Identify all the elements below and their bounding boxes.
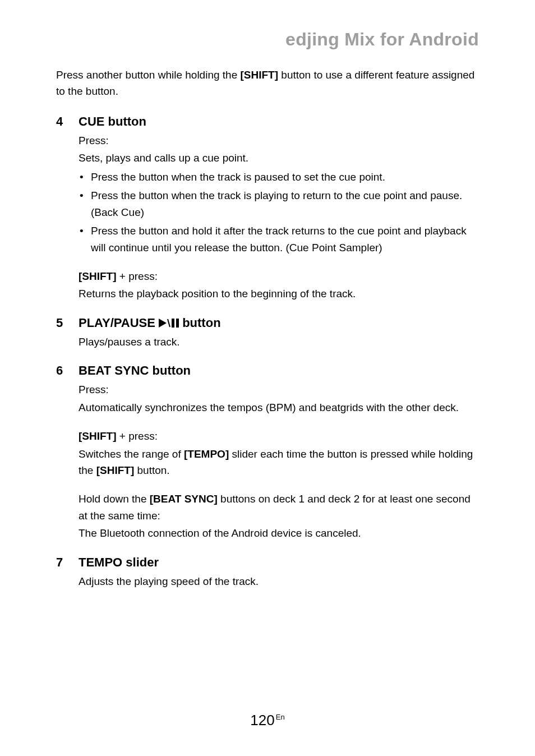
section-tempo-slider: 7 TEMPO slider Adjusts the playing speed…: [56, 555, 479, 589]
t: Hold down the: [79, 493, 150, 505]
section-number: 6: [56, 363, 68, 378]
play-pause-icon: [159, 318, 179, 328]
section-title: CUE button: [79, 114, 146, 129]
t: button.: [134, 464, 169, 476]
page-number: 120: [250, 712, 274, 729]
section-head: 5 PLAY/PAUSE button: [56, 316, 479, 330]
svg-rect-1: [172, 319, 174, 328]
hold-desc: The Bluetooth connection of the Android …: [79, 525, 479, 541]
title-pre: PLAY/PAUSE: [79, 316, 159, 330]
shift-label-bold: [SHIFT]: [79, 270, 117, 282]
section-head: 7 TEMPO slider: [56, 555, 479, 570]
shift-desc-1: Switches the range of [TEMPO] slider eac…: [79, 446, 479, 479]
section-body: Press: Automatically synchronizes the te…: [79, 381, 479, 542]
bullet-list: Press the button when the track is pause…: [79, 169, 479, 256]
page-header-title: edjing Mix for Android: [56, 29, 479, 50]
intro-bold: [SHIFT]: [241, 69, 279, 81]
list-item: Press the button when the track is playi…: [79, 187, 479, 220]
press-label: Press:: [79, 381, 479, 398]
section-head: 6 BEAT SYNC button: [56, 363, 479, 378]
list-item: Press the button and hold it after the t…: [79, 223, 479, 256]
page-lang: En: [276, 713, 285, 721]
section-cue-button: 4 CUE button Press: Sets, plays and call…: [56, 114, 479, 302]
t: Switches the range of: [79, 448, 184, 460]
section-title: TEMPO slider: [79, 555, 159, 570]
t-bold: [SHIFT]: [96, 464, 135, 476]
section-number: 4: [56, 114, 68, 129]
section-play-pause: 5 PLAY/PAUSE button Plays/pauses a track…: [56, 316, 479, 350]
shift-label: [SHIFT] + press:: [79, 268, 479, 284]
list-item: Press the button when the track is pause…: [79, 169, 479, 185]
intro-paragraph: Press another button while holding the […: [56, 67, 479, 100]
section-title: PLAY/PAUSE button: [79, 316, 221, 330]
tempo-desc: Adjusts the playing speed of the track.: [79, 573, 479, 589]
hold-line: Hold down the [BEAT SYNC] buttons on dec…: [79, 491, 479, 524]
page-footer: 120En: [0, 712, 535, 729]
t-bold: [TEMPO]: [184, 448, 229, 460]
shift-label: [SHIFT] + press:: [79, 428, 479, 444]
section-title: BEAT SYNC button: [79, 363, 191, 378]
intro-pre: Press another button while holding the: [56, 69, 241, 81]
play-pause-desc: Plays/pauses a track.: [79, 334, 479, 350]
t-bold: [BEAT SYNC]: [150, 493, 218, 505]
press-desc: Automatically synchronizes the tempos (B…: [79, 399, 479, 416]
section-body: Plays/pauses a track.: [79, 334, 479, 350]
section-beat-sync: 6 BEAT SYNC button Press: Automatically …: [56, 363, 479, 542]
svg-marker-0: [159, 319, 167, 328]
shift-label-rest: + press:: [117, 270, 158, 282]
press-desc: Sets, plays and calls up a cue point.: [79, 150, 479, 166]
section-head: 4 CUE button: [56, 114, 479, 129]
shift-label-rest: + press:: [117, 430, 158, 442]
section-number: 5: [56, 316, 68, 330]
section-body: Press: Sets, plays and calls up a cue po…: [79, 132, 479, 302]
title-post: button: [179, 316, 221, 330]
section-number: 7: [56, 555, 68, 570]
shift-desc: Returns the playback position to the beg…: [79, 285, 479, 302]
shift-label-bold: [SHIFT]: [79, 430, 117, 442]
section-body: Adjusts the playing speed of the track.: [79, 573, 479, 589]
press-label: Press:: [79, 132, 479, 149]
